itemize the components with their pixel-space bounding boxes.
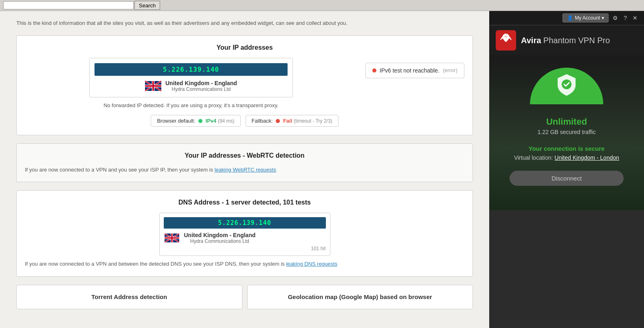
dns-location-row: United Kingdom - England Hydra Communica…: [164, 232, 326, 244]
ipv4-location-row: United Kingdom - England Hydra Communica…: [95, 80, 288, 92]
dns-ip-address: 5.226.139.140: [164, 217, 326, 229]
search-input[interactable]: [3, 1, 134, 9]
no-forwarded-text: No forwarded IP detected. If you are usi…: [25, 102, 357, 108]
vpn-shield-icon: [554, 72, 579, 100]
ip-addresses-card: Your IP addresses 5.226.139.140: [16, 35, 473, 135]
vpn-brand-vpnpro: VPN Pro: [578, 36, 610, 45]
test-row: Browser default: IPv4 (94 ms) Fallback: …: [25, 115, 464, 127]
vpn-location-value[interactable]: United Kingdom - London: [554, 154, 619, 161]
vpn-brand-avira: Avira: [521, 36, 541, 45]
ipv4-location-info: United Kingdom - England Hydra Communica…: [165, 80, 237, 92]
search-button[interactable]: Search: [134, 1, 160, 10]
webrtc-description: If you are now connected to a VPN and yo…: [25, 166, 464, 174]
my-account-button[interactable]: 👤 My Account ▾: [563, 13, 609, 22]
geolocation-card-title: Geolocation map (Google Map) based on br…: [256, 293, 465, 300]
fallback-badge: Fallback: Fail (timeout - Try 2/3): [246, 115, 338, 127]
fallback-label: Fallback:: [252, 118, 273, 124]
ipv4-address: 5.226.139.140: [95, 63, 288, 76]
dns-uk-flag: [164, 233, 180, 243]
vpn-connection-status: Your connection is secure: [529, 145, 604, 152]
fallback-status: Fail: [283, 118, 292, 124]
geolocation-card: Geolocation map (Google Map) based on br…: [247, 285, 473, 309]
close-icon-button[interactable]: ✕: [631, 15, 639, 21]
vpn-status-circle: [530, 68, 603, 104]
help-icon-button[interactable]: ?: [622, 15, 629, 21]
dns-leak-link[interactable]: leaking DNS requests: [286, 261, 337, 267]
ipv4-isp: Hydra Communications Ltd: [165, 86, 237, 92]
dns-hit-count: 101 hit: [164, 246, 326, 251]
disconnect-button[interactable]: Disconnect: [510, 171, 624, 186]
torrent-card-title: Torrent Address detection: [25, 293, 234, 300]
dns-ip-box: 5.226.139.140 United Kingdom - England: [159, 213, 330, 256]
browser-default-protocol: IPv4: [206, 118, 217, 124]
webrtc-card: Your IP addresses - WebRTC detection If …: [16, 143, 473, 183]
fallback-sub: (timeout - Try 2/3): [294, 118, 332, 124]
fallback-dot: [276, 119, 280, 123]
uk-flag: [145, 81, 161, 91]
ipv4-country: United Kingdom - England: [165, 80, 237, 86]
browser-default-badge: Browser default: IPv4 (94 ms): [151, 115, 240, 127]
browser-default-ms: (94 ms): [218, 118, 235, 124]
vpn-app-header: Avira Phantom VPN Pro: [489, 25, 644, 55]
account-chevron-icon: ▾: [602, 15, 604, 21]
vpn-location-label: Virtual location:: [514, 154, 553, 161]
vpn-topbar: 👤 My Account ▾ ⚙ ? ✕: [489, 11, 644, 25]
account-button-label: My Account: [575, 15, 600, 21]
ipv6-error-text: (error): [443, 67, 457, 73]
vpn-logo: [496, 30, 516, 51]
intro-text: This is the kind of information that all…: [16, 19, 473, 27]
main-layout: This is the kind of information that all…: [0, 11, 644, 328]
browser-topbar: Search: [0, 0, 644, 11]
vpn-app-name: Avira Phantom VPN Pro: [521, 36, 610, 45]
dns-location-info: United Kingdom - England Hydra Communica…: [184, 232, 256, 244]
vpn-visual-area: Unlimited 1.22 GB secured traffic Your c…: [489, 55, 644, 210]
ip-main-box: 5.226.139.140: [25, 58, 357, 108]
webrtc-title: Your IP addresses - WebRTC detection: [25, 152, 464, 159]
vpn-panel: 👤 My Account ▾ ⚙ ? ✕ Avira Phantom VPN P…: [489, 11, 644, 328]
dns-title: DNS Address - 1 server detected, 101 tes…: [25, 199, 464, 206]
web-content-area: This is the kind of information that all…: [0, 11, 489, 328]
torrent-card: Torrent Address detection: [16, 285, 242, 309]
vpn-location-info: Virtual location: United Kingdom - Londo…: [514, 154, 619, 161]
dns-isp: Hydra Communications Ltd: [184, 238, 256, 244]
ipv6-status-dot: [372, 68, 376, 73]
vpn-brand-phantom: Phantom: [541, 36, 578, 45]
dns-country: United Kingdom - England: [184, 232, 256, 238]
vpn-unlimited-status: Unlimited: [546, 117, 587, 127]
ipv6-status-box: IPv6 test not reachable. (error): [365, 63, 464, 78]
ipv6-status-text: IPv6 test not reachable.: [380, 67, 440, 74]
bottom-cards-row: Torrent Address detection Geolocation ma…: [16, 285, 473, 309]
settings-icon-button[interactable]: ⚙: [611, 15, 620, 21]
ipv4-info-box: 5.226.139.140: [89, 58, 293, 97]
browser-default-dot: [198, 119, 202, 123]
account-person-icon: 👤: [567, 15, 573, 21]
webrtc-leak-link[interactable]: leaking WebRTC requests: [215, 167, 276, 173]
dns-card: DNS Address - 1 server detected, 101 tes…: [16, 190, 473, 277]
ip-section-title: Your IP addresses: [25, 44, 464, 51]
dns-description: If you are now connected to a VPN and be…: [25, 260, 464, 268]
ip-and-ipv6-row: 5.226.139.140: [25, 58, 464, 108]
browser-default-label: Browser default:: [157, 118, 195, 124]
vpn-traffic-info: 1.22 GB secured traffic: [538, 129, 596, 135]
